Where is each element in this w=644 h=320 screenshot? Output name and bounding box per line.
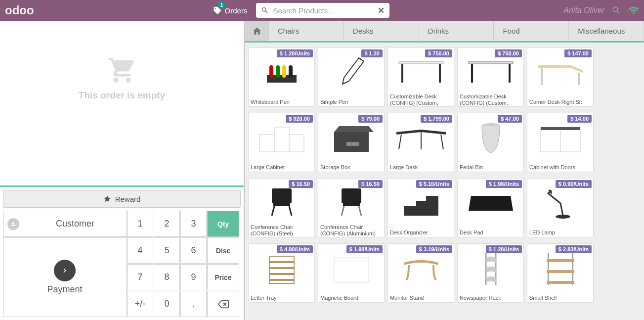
svg-line-34 <box>342 206 344 216</box>
product-name: Large Desk <box>388 163 454 172</box>
svg-rect-45 <box>334 258 369 282</box>
key-dot[interactable]: . <box>180 291 207 317</box>
product-price: $ 1.20/Units <box>277 49 313 57</box>
key-9[interactable]: 9 <box>180 264 207 290</box>
disc-button[interactable]: Disc <box>207 237 239 264</box>
product-card[interactable]: $ 14.00Cabinet with Doors <box>527 113 594 172</box>
product-price: $ 750.00 <box>425 49 452 57</box>
key-0[interactable]: 0 <box>154 291 180 317</box>
key-2[interactable]: 2 <box>154 211 180 237</box>
home-tab[interactable] <box>245 21 269 41</box>
category-food[interactable]: Food <box>494 21 569 41</box>
backspace-icon <box>218 299 229 310</box>
product-name: Magnetic Board <box>318 294 384 302</box>
controls: Reward Customer 1 2 3 Qty Payment 4 5 6 … <box>0 187 244 320</box>
svg-rect-38 <box>426 196 438 216</box>
category-chairs[interactable]: Chairs <box>269 21 344 41</box>
product-price: $ 3.19/Units <box>416 245 452 253</box>
product-price: $ 16.50 <box>358 180 383 188</box>
product-name: Whiteboard Pen <box>249 98 314 106</box>
category-misc[interactable]: Miscellaneous <box>569 21 644 41</box>
search-icon-right[interactable] <box>611 5 621 15</box>
product-card[interactable]: $ 16.50Conference Chair (CONFIG) (Steel) <box>248 178 315 237</box>
product-card[interactable]: $ 5.10/UnitsDesk Organizer <box>387 178 454 237</box>
svg-rect-13 <box>509 64 511 83</box>
backspace-button[interactable] <box>207 291 239 317</box>
product-card[interactable]: $ 3.19/UnitsMonitor Stand <box>387 243 454 303</box>
product-price: $ 79.00 <box>358 115 383 123</box>
product-price: $ 1,799.00 <box>421 115 452 123</box>
search-input[interactable] <box>273 6 374 15</box>
svg-rect-18 <box>289 135 304 152</box>
product-card[interactable]: $ 320.00Large Cabinet <box>248 113 315 172</box>
svg-rect-51 <box>547 270 574 273</box>
svg-rect-5 <box>282 65 286 78</box>
customer-button[interactable]: Customer <box>3 211 127 237</box>
key-8[interactable]: 8 <box>154 264 180 290</box>
svg-point-39 <box>556 215 570 219</box>
key-7[interactable]: 7 <box>127 264 153 290</box>
top-header: odoo 1 Orders ✕ Anita Oliver <box>0 0 644 21</box>
search-box[interactable]: ✕ <box>256 3 389 18</box>
svg-rect-28 <box>272 188 292 203</box>
product-name: Conference Chair (CONFIG) (Steel) <box>249 223 314 237</box>
product-price: $ 1.98/Units <box>486 180 522 188</box>
payment-label: Payment <box>47 284 82 295</box>
orders-button[interactable]: 1 Orders <box>208 3 253 18</box>
svg-line-35 <box>359 206 361 216</box>
product-card[interactable]: $ 1.28/UnitsNewspaper Rack <box>457 243 524 303</box>
svg-rect-20 <box>346 142 359 146</box>
product-card[interactable]: $ 1.98/UnitsDesk Pad <box>457 178 524 237</box>
reward-label: Reward <box>115 195 141 203</box>
product-card[interactable]: $ 1.20Simple Pen <box>318 47 385 107</box>
orders-label: Orders <box>225 6 248 15</box>
category-drinks[interactable]: Drinks <box>419 21 494 41</box>
svg-rect-11 <box>469 61 513 64</box>
key-5[interactable]: 5 <box>154 237 180 264</box>
order-area: This order is empty <box>0 21 244 185</box>
product-card[interactable]: $ 750.00Customizable Desk (CONFIG) (Cust… <box>387 47 454 107</box>
product-card[interactable]: $ 47.00Pedal Bin <box>457 113 524 172</box>
product-price: $ 1.98/Units <box>346 245 383 253</box>
svg-line-30 <box>272 206 274 216</box>
product-card[interactable]: $ 1.98/UnitsMagnetic Board <box>318 243 385 303</box>
search-icon <box>261 6 269 14</box>
username[interactable]: Anita Oliver <box>563 6 604 15</box>
star-icon <box>103 195 111 203</box>
product-card[interactable]: $ 79.00Storage Box <box>318 113 385 172</box>
svg-rect-36 <box>404 206 416 216</box>
wifi-icon[interactable] <box>628 5 639 16</box>
category-desks[interactable]: Desks <box>344 21 419 41</box>
qty-button[interactable]: Qty <box>207 211 239 237</box>
product-name: Customizable Desk (CONFIG) (Custom, Whit… <box>388 92 454 106</box>
payment-button[interactable]: Payment <box>3 237 127 317</box>
price-button[interactable]: Price <box>207 264 239 290</box>
svg-rect-9 <box>401 64 403 83</box>
product-name: Customizable Desk (CONFIG) (Custom, Blac… <box>458 92 523 106</box>
svg-line-21 <box>399 135 401 149</box>
svg-rect-29 <box>273 203 290 206</box>
product-card[interactable]: $ 1.20/UnitsWhiteboard Pen <box>248 47 315 107</box>
empty-message: This order is empty <box>79 90 165 101</box>
logo: odoo <box>5 3 34 17</box>
key-6[interactable]: 6 <box>180 237 207 264</box>
product-name: Small Shelf <box>527 294 593 302</box>
product-card[interactable]: $ 0.90/UnitsLED Lamp <box>527 178 594 237</box>
product-card[interactable]: $ 147.00Corner Desk Right Sit <box>527 47 594 107</box>
product-price: $ 147.00 <box>564 49 592 57</box>
svg-rect-6 <box>289 65 293 78</box>
product-card[interactable]: $ 16.50Conference Chair (CONFIG) (Alumin… <box>318 178 385 237</box>
product-card[interactable]: $ 2.83/UnitsSmall Shelf <box>527 243 594 303</box>
key-sign[interactable]: +/- <box>127 291 153 317</box>
product-card[interactable]: $ 750.00Customizable Desk (CONFIG) (Cust… <box>457 47 524 107</box>
product-card[interactable]: $ 4.80/UnitsLetter Tray <box>248 243 315 303</box>
clear-search-icon[interactable]: ✕ <box>378 5 385 16</box>
reward-button[interactable]: Reward <box>3 190 241 208</box>
svg-rect-4 <box>276 65 280 78</box>
keypad: Customer 1 2 3 Qty Payment 4 5 6 Disc 7 … <box>3 211 241 317</box>
key-3[interactable]: 3 <box>180 211 207 237</box>
left-panel: This order is empty Reward Customer 1 2 … <box>0 21 245 320</box>
key-4[interactable]: 4 <box>127 237 153 264</box>
product-card[interactable]: $ 1,799.00Large Desk <box>387 113 454 172</box>
key-1[interactable]: 1 <box>127 211 153 237</box>
